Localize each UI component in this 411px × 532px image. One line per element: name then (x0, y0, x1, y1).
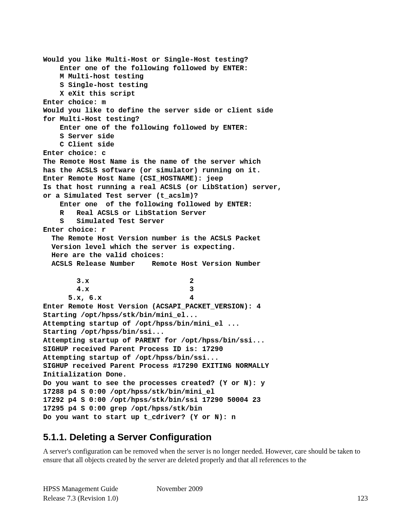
section-heading: 5.1.1. Deleting a Server Configuration (43, 432, 368, 443)
footer-date: November 2009 (157, 485, 203, 493)
terminal-line: Enter one of the following followed by E… (43, 124, 248, 132)
terminal-line: 17292 p4 S 0:00 /opt/hpss/stk/bin/ssi 17… (43, 396, 261, 404)
terminal-line: Attempting startup of PARENT for /opt/hp… (43, 337, 265, 345)
terminal-line: 17288 p4 S 0:00 /opt/hpss/stk/bin/mini_e… (43, 388, 215, 396)
terminal-line: Starting /opt/hpss/stk/bin/mini_el... (43, 311, 198, 319)
terminal-line: Enter one of the following followed by E… (43, 201, 252, 208)
terminal-line: M Multi-host testing (43, 73, 143, 81)
terminal-line: ACSLS Release Number Remote Host Version… (43, 260, 261, 268)
terminal-line: The Remote Host Name is the name of the … (43, 158, 261, 166)
footer-release: Release 7.3 (Revision 1.0) (43, 494, 118, 503)
terminal-line: Enter Remote Host Name (CSI_HOSTNAME): j… (43, 175, 223, 183)
terminal-line: 17295 p4 S 0:00 grep /opt/hpss/stk/bin (43, 405, 202, 413)
terminal-line: Enter one of the following followed by E… (43, 65, 248, 72)
terminal-line: for Multi-Host testing? (43, 115, 139, 123)
terminal-line: Do you want to start up t_cdriver? (Y or… (43, 414, 236, 421)
terminal-line: Enter Remote Host Version (ACSAPI_PACKET… (43, 303, 261, 311)
terminal-line: Enter choice: c (43, 149, 106, 157)
terminal-line: Would you like Multi-Host or Single-Host… (43, 56, 248, 64)
terminal-line: C Client side (43, 141, 114, 149)
terminal-line: Starting /opt/hpss/bin/ssi... (43, 328, 165, 336)
terminal-line: 5.x, 6.x 4 (43, 294, 194, 302)
terminal-line: 3.x 2 (43, 277, 194, 285)
terminal-line: R Real ACSLS or LibStation Server (43, 209, 206, 217)
section-body: A server's configuration can be removed … (43, 447, 368, 465)
terminal-line: 4.x 3 (43, 286, 194, 293)
terminal-line: Version level which the server is expect… (43, 243, 236, 251)
footer-page-number: 123 (357, 494, 368, 503)
terminal-output: Would you like Multi-Host or Single-Host… (43, 47, 368, 422)
terminal-line: S Simulated Test Server (43, 218, 165, 225)
terminal-line: Would you like to define the server side… (43, 107, 273, 115)
page: Would you like Multi-Host or Single-Host… (0, 0, 411, 532)
terminal-line: S Single-host testing (43, 81, 148, 89)
terminal-line: SIGHUP received Parent Process #17290 EX… (43, 362, 269, 370)
page-footer: HPSS Management Guide November 2009 Rele… (43, 485, 368, 503)
terminal-line: Attempting startup of /opt/hpss/bin/mini… (43, 320, 240, 328)
terminal-line: Enter choice: r (43, 226, 106, 234)
terminal-line: SIGHUP received Parent Process ID is: 17… (43, 345, 223, 353)
terminal-line: Do you want to see the processes created… (43, 380, 265, 387)
terminal-line: Here are the valid choices: (43, 252, 165, 259)
terminal-line: Is that host running a real ACSLS (or Li… (43, 184, 282, 191)
terminal-line: S Server side (43, 133, 114, 140)
terminal-line: or a Simulated Test server (t_acslm)? (43, 192, 198, 200)
terminal-line: Enter choice: m (43, 99, 106, 106)
terminal-line: Initialization Done. (43, 371, 127, 379)
terminal-line: The Remote Host Version number is the AC… (43, 235, 261, 243)
terminal-line: X eXit this script (43, 90, 135, 98)
terminal-line: has the ACSLS software (or simulator) ru… (43, 167, 261, 174)
terminal-line: Attempting startup of /opt/hpss/bin/ssi.… (43, 354, 219, 362)
